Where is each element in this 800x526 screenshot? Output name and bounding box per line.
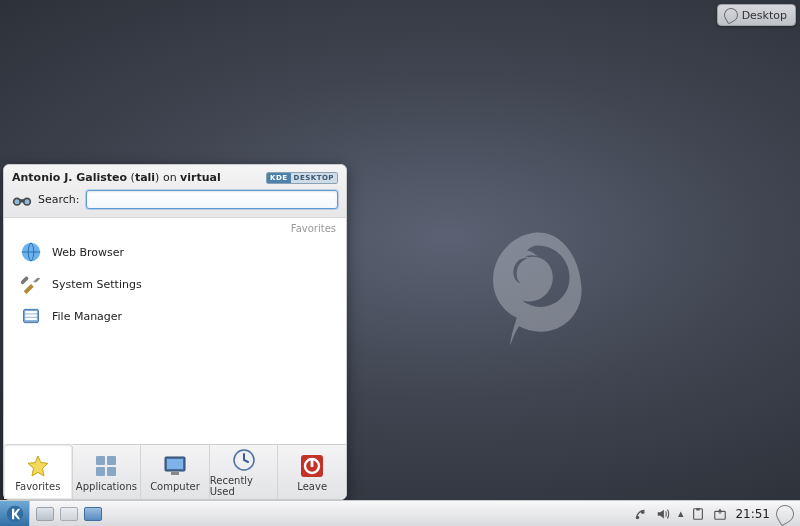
tab-leave[interactable]: Leave [278, 445, 346, 499]
search-row: Search: [12, 190, 338, 209]
favorite-label: Web Browser [52, 246, 124, 259]
kmenu-button[interactable] [0, 501, 30, 527]
kde-k-icon [6, 505, 24, 523]
panel-toolbox-icon[interactable] [773, 501, 798, 526]
svg-rect-13 [96, 467, 105, 476]
panel-clock[interactable]: 21:51 [735, 507, 770, 521]
tab-label: Favorites [15, 481, 60, 492]
kickoff-user: Antonio J. Galisteo (tali) on virtual [12, 171, 221, 184]
star-icon [24, 453, 52, 479]
tools-icon [20, 273, 42, 295]
activity-icon[interactable] [84, 507, 102, 521]
kde-desktop-badge: KDEDESKTOP [266, 172, 338, 184]
svg-point-23 [636, 515, 640, 519]
devices-icon[interactable] [634, 507, 648, 521]
favorites-list: Web Browser System Settings File Manager [4, 236, 346, 332]
globe-icon [20, 241, 42, 263]
svg-rect-6 [20, 276, 29, 285]
computer-icon [161, 453, 189, 479]
system-tray: ▴ 21:51 [628, 507, 776, 521]
favorite-web-browser[interactable]: Web Browser [14, 236, 346, 268]
section-title-favorites: Favorites [4, 218, 346, 236]
tab-label: Leave [297, 481, 327, 492]
svg-rect-8 [25, 311, 37, 314]
tab-label: Computer [150, 481, 200, 492]
desktop-root: Desktop Antonio J. Galisteo (tali) on vi… [0, 0, 800, 526]
svg-rect-4 [20, 199, 25, 202]
pager-icon[interactable] [36, 507, 54, 521]
task-manager [36, 507, 102, 521]
favorite-label: File Manager [52, 310, 122, 323]
svg-point-24 [641, 510, 645, 514]
drive-icon [20, 305, 42, 327]
cashew-icon [721, 5, 740, 24]
svg-rect-9 [25, 314, 37, 317]
favorite-system-settings[interactable]: System Settings [14, 268, 346, 300]
search-input[interactable] [86, 190, 339, 209]
svg-point-3 [25, 199, 30, 204]
klipper-icon[interactable] [691, 507, 705, 521]
svg-rect-17 [171, 472, 179, 475]
favorite-label: System Settings [52, 278, 142, 291]
svg-rect-16 [167, 459, 183, 469]
desktop-toolbox-label: Desktop [742, 9, 787, 22]
desktop-toolbox[interactable]: Desktop [717, 4, 796, 26]
bottom-panel: ▴ 21:51 [0, 500, 800, 526]
svg-rect-11 [96, 456, 105, 465]
debian-swirl-logo [474, 224, 594, 364]
svg-rect-10 [25, 318, 37, 321]
svg-rect-21 [311, 458, 314, 467]
favorite-file-manager[interactable]: File Manager [14, 300, 346, 332]
volume-icon[interactable] [656, 507, 670, 521]
kickoff-tabs: Favorites Applications Computer Recently… [4, 444, 346, 499]
tab-recently-used[interactable]: Recently Used [210, 445, 279, 499]
tray-expand-icon[interactable]: ▴ [678, 507, 684, 520]
kickoff-menu: Antonio J. Galisteo (tali) on virtual KD… [3, 164, 347, 500]
power-icon [298, 453, 326, 479]
search-label: Search: [38, 193, 80, 206]
svg-rect-14 [107, 467, 116, 476]
tab-applications[interactable]: Applications [73, 445, 142, 499]
clock-icon [230, 447, 258, 473]
apps-icon [92, 453, 120, 479]
tab-label: Recently Used [210, 475, 278, 497]
tab-favorites[interactable]: Favorites [4, 444, 73, 499]
show-desktop-icon[interactable] [60, 507, 78, 521]
tab-label: Applications [76, 481, 137, 492]
binoculars-icon [12, 192, 32, 208]
svg-rect-12 [107, 456, 116, 465]
updates-icon[interactable] [713, 507, 727, 521]
svg-point-2 [15, 199, 20, 204]
kickoff-userline: Antonio J. Galisteo (tali) on virtual KD… [12, 171, 338, 184]
svg-rect-26 [697, 507, 701, 510]
kickoff-header: Antonio J. Galisteo (tali) on virtual KD… [4, 165, 346, 218]
tab-computer[interactable]: Computer [141, 445, 210, 499]
